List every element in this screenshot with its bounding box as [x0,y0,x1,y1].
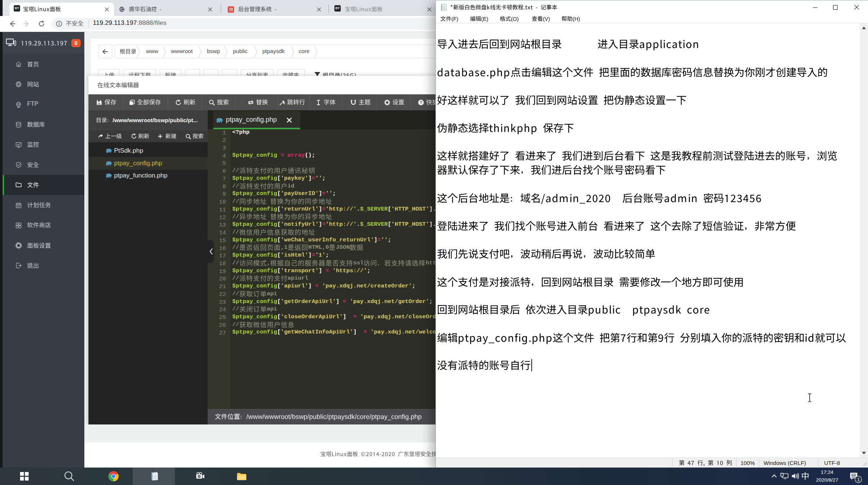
svg-text:?: ? [420,100,422,105]
svg-text:1: 1 [857,477,859,482]
